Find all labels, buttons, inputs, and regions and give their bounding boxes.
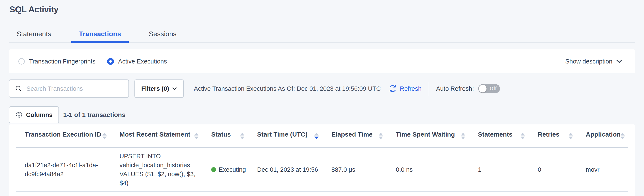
tab-sessions[interactable]: Sessions — [141, 27, 184, 43]
vertical-divider — [429, 82, 429, 96]
search-input[interactable] — [26, 85, 120, 92]
cell-status: Executing — [202, 165, 248, 174]
tab-statements[interactable]: Statements — [9, 27, 59, 43]
sort-icon[interactable] — [461, 133, 465, 139]
column-header-retries[interactable]: Retries — [529, 124, 577, 147]
sort-icon[interactable] — [620, 133, 625, 139]
search-icon — [15, 85, 22, 92]
gear-icon — [15, 111, 22, 118]
column-header-elapsed-time[interactable]: Elapsed Time — [322, 124, 387, 147]
cell-time-spent-waiting: 0.0 ns — [387, 165, 469, 174]
radio-unselected-icon[interactable] — [18, 58, 25, 65]
toggle-state-label: Off — [490, 86, 496, 92]
refresh-button[interactable]: Refresh — [388, 84, 422, 93]
toggle-knob[interactable] — [479, 85, 486, 92]
column-header-time-spent-waiting[interactable]: Time Spent Waiting — [387, 124, 469, 147]
executing-status-dot — [211, 167, 216, 172]
radio-selected-icon[interactable] — [107, 58, 114, 65]
as-of-timestamp: Active Transaction Executions As Of: Dec… — [194, 85, 381, 92]
columns-row: Columns 1-1 of 1 transactions — [9, 106, 126, 124]
column-header-transaction-execution-id[interactable]: Transaction Execution ID — [16, 124, 110, 147]
columns-button[interactable]: Columns — [9, 106, 59, 123]
cell-most-recent-statement[interactable]: UPSERT INTO vehicle_location_histories V… — [110, 152, 202, 188]
column-header-start-time[interactable]: Start Time (UTC) — [248, 124, 322, 147]
column-header-application[interactable]: Application — [577, 124, 628, 147]
auto-refresh-label: Auto Refresh: — [436, 85, 474, 92]
column-header-label[interactable]: Elapsed Time — [332, 131, 372, 141]
controls-row: Filters (0) Active Transaction Execution… — [9, 79, 635, 98]
sort-icon[interactable] — [569, 133, 573, 139]
column-header-label[interactable]: Time Spent Waiting — [396, 131, 455, 141]
column-header-label[interactable]: Statements — [478, 131, 512, 141]
radio-label-active-executions: Active Executions — [118, 58, 167, 65]
cell-retries: 0 — [529, 165, 577, 174]
results-count: 1-1 of 1 transactions — [63, 111, 126, 118]
filters-label: Filters (0) — [141, 85, 169, 92]
column-header-status[interactable]: Status — [202, 124, 248, 147]
column-header-label[interactable]: Transaction Execution ID — [25, 131, 101, 141]
filters-button[interactable]: Filters (0) — [134, 79, 184, 98]
column-header-label[interactable]: Status — [211, 131, 231, 141]
search-box[interactable] — [9, 79, 129, 98]
refresh-label: Refresh — [400, 85, 422, 92]
refresh-icon — [388, 84, 397, 93]
radio-label-transaction-fingerprints: Transaction Fingerprints — [29, 58, 96, 65]
sort-icon[interactable] — [521, 133, 525, 139]
column-header-statements[interactable]: Statements — [469, 124, 529, 147]
tab-bar: Statements Transactions Sessions — [9, 27, 184, 43]
sort-icon[interactable] — [379, 133, 383, 139]
caret-down-icon — [172, 87, 177, 90]
column-header-label[interactable]: Application — [586, 131, 620, 141]
sort-icon[interactable] — [240, 133, 244, 139]
chevron-down-icon — [616, 59, 622, 63]
columns-label: Columns — [26, 111, 52, 118]
column-header-most-recent-statement[interactable]: Most Recent Statement — [110, 124, 202, 147]
table-row[interactable]: da1f21e2-de71-4c1f-a1da-dc9fc94a84a2 UPS… — [16, 148, 628, 192]
show-description-label: Show description — [565, 58, 612, 65]
cell-application: movr — [577, 165, 628, 174]
column-header-label[interactable]: Most Recent Statement — [120, 131, 190, 141]
sort-icon[interactable] — [194, 133, 198, 139]
sort-icon-active-desc[interactable] — [314, 133, 318, 139]
table-header-row: Transaction Execution ID Most Recent Sta… — [16, 124, 628, 148]
tab-transactions[interactable]: Transactions — [71, 27, 129, 43]
column-header-label[interactable]: Start Time (UTC) — [257, 131, 308, 141]
cell-statements: 1 — [469, 165, 529, 174]
radio-transaction-fingerprints[interactable]: Transaction Fingerprints — [18, 58, 96, 65]
show-description-toggle[interactable]: Show description — [565, 58, 626, 65]
cell-start-time: Dec 01, 2023 at 19:56 — [248, 165, 322, 174]
status-label: Executing — [219, 165, 246, 174]
page-title: SQL Activity — [10, 5, 58, 14]
transactions-table: Transaction Execution ID Most Recent Sta… — [9, 124, 635, 196]
cell-transaction-execution-id[interactable]: da1f21e2-de71-4c1f-a1da-dc9fc94a84a2 — [16, 161, 110, 179]
auto-refresh-toggle[interactable]: Off — [478, 84, 500, 93]
column-header-label[interactable]: Retries — [538, 131, 560, 141]
cell-elapsed-time: 887.0 µs — [322, 165, 387, 174]
radio-active-executions[interactable]: Active Executions — [107, 58, 167, 65]
view-mode-card: Transaction Fingerprints Active Executio… — [9, 49, 635, 73]
sort-icon[interactable] — [102, 133, 107, 139]
